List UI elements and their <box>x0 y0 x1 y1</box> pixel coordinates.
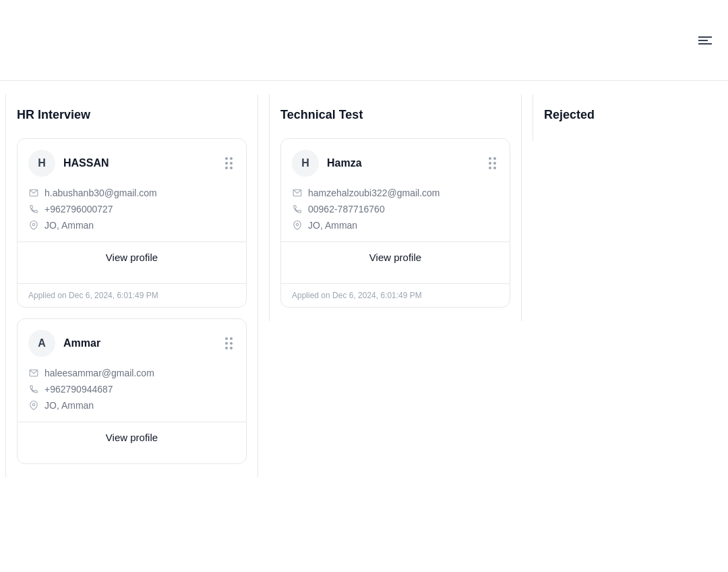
avatar: A <box>28 330 55 357</box>
card-person: H HASSAN <box>28 150 109 177</box>
column-header-hr-interview: HR Interview <box>17 108 247 127</box>
person-name: HASSAN <box>63 157 109 169</box>
top-bar <box>0 0 728 81</box>
menu-icon[interactable] <box>696 34 715 47</box>
email-row: h.abushanb30@gmail.com <box>28 188 235 198</box>
card-info: haleesammar@gmail.com +962790944687 JO, … <box>28 368 235 422</box>
card-body: H Hamza hamzehalzoubi322@gmail.com 00962… <box>281 139 510 283</box>
view-profile-button[interactable]: View profile <box>292 242 499 273</box>
column-header-technical-test: Technical Test <box>280 108 510 127</box>
avatar: H <box>28 150 55 177</box>
view-profile-button[interactable]: View profile <box>28 422 235 453</box>
phone-icon <box>292 204 303 214</box>
card-hamza-card: H Hamza hamzehalzoubi322@gmail.com 00962… <box>280 138 510 308</box>
location-row: JO, Amman <box>292 220 499 231</box>
drag-handle[interactable] <box>222 335 235 352</box>
avatar: H <box>292 150 319 177</box>
phone-icon <box>28 204 39 214</box>
person-name: Ammar <box>63 337 100 349</box>
phone-row: +962796000727 <box>28 204 235 214</box>
location-value: JO, Amman <box>44 220 94 231</box>
drag-handle[interactable] <box>486 154 499 172</box>
email-icon <box>292 188 303 198</box>
location-row: JO, Amman <box>28 220 235 231</box>
card-info: h.abushanb30@gmail.com +962796000727 JO,… <box>28 188 235 241</box>
email-icon <box>28 188 39 198</box>
location-icon <box>292 220 303 231</box>
svg-point-5 <box>296 223 299 226</box>
email-icon <box>28 368 39 378</box>
email-value: h.abushanb30@gmail.com <box>44 188 157 198</box>
card-top: A Ammar <box>28 330 235 357</box>
phone-row: 00962-787716760 <box>292 204 499 214</box>
location-value: JO, Amman <box>308 220 357 231</box>
svg-point-1 <box>32 223 35 226</box>
column-hr-interview: HR Interview H HASSAN h.abushanb30@gmail… <box>5 94 258 478</box>
phone-value: +962790944687 <box>44 384 113 395</box>
card-ammar-card: A Ammar haleesammar@gmail.com +962790944… <box>17 318 247 464</box>
card-body: H HASSAN h.abushanb30@gmail.com +9627960… <box>18 139 246 283</box>
email-value: haleesammar@gmail.com <box>44 368 154 378</box>
person-name: Hamza <box>327 157 362 169</box>
phone-value: +962796000727 <box>44 204 113 214</box>
location-row: JO, Amman <box>28 400 235 411</box>
card-info: hamzehalzoubi322@gmail.com 00962-7877167… <box>292 188 499 241</box>
column-technical-test: Technical Test H Hamza hamzehalzoubi322@… <box>269 94 522 321</box>
card-person: H Hamza <box>292 150 362 177</box>
email-row: haleesammar@gmail.com <box>28 368 235 378</box>
card-body: A Ammar haleesammar@gmail.com +962790944… <box>18 319 246 463</box>
applied-date: Applied on Dec 6, 2024, 6:01:49 PM <box>18 283 246 307</box>
location-icon <box>28 400 39 411</box>
drag-handle[interactable] <box>222 154 235 172</box>
card-top: H Hamza <box>292 150 499 177</box>
column-header-rejected: Rejected <box>544 108 728 127</box>
svg-point-3 <box>32 403 35 406</box>
column-rejected: Rejected <box>533 94 728 141</box>
card-top: H HASSAN <box>28 150 235 177</box>
card-hassan-card: H HASSAN h.abushanb30@gmail.com +9627960… <box>17 138 247 308</box>
phone-row: +962790944687 <box>28 384 235 395</box>
location-value: JO, Amman <box>44 400 94 411</box>
phone-value: 00962-787716760 <box>308 204 385 214</box>
card-person: A Ammar <box>28 330 100 357</box>
email-value: hamzehalzoubi322@gmail.com <box>308 188 440 198</box>
location-icon <box>28 220 39 231</box>
view-profile-button[interactable]: View profile <box>28 242 235 273</box>
kanban-board: HR Interview H HASSAN h.abushanb30@gmail… <box>0 81 728 572</box>
applied-date: Applied on Dec 6, 2024, 6:01:49 PM <box>281 283 510 307</box>
email-row: hamzehalzoubi322@gmail.com <box>292 188 499 198</box>
phone-icon <box>28 384 39 395</box>
